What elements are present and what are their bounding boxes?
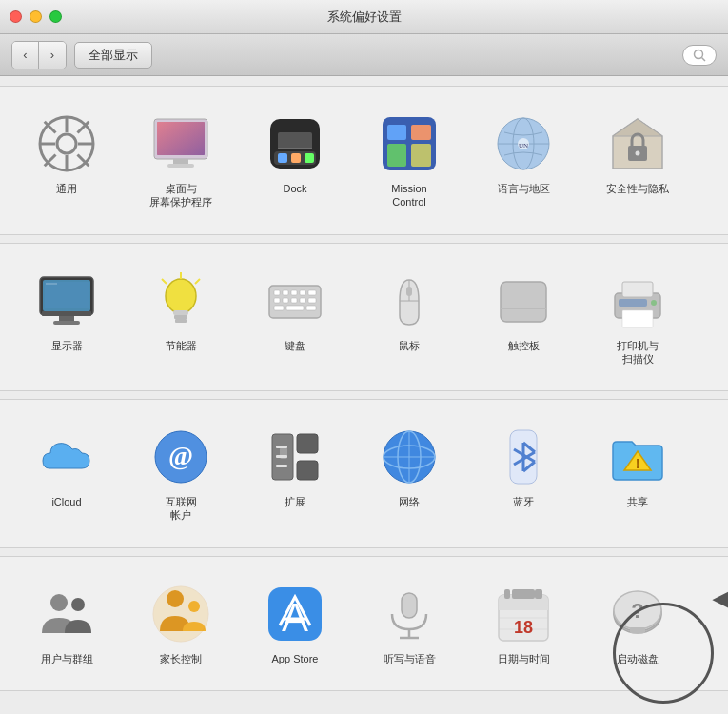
pref-item-users[interactable]: 用户与群组 [10,572,124,675]
close-button[interactable] [10,10,22,23]
svg-rect-69 [501,282,546,322]
search-icon [693,49,706,62]
pref-item-mission[interactable]: MissionControl [352,102,466,219]
datetime-icon: 18 [491,582,556,646]
internet-icons-grid: iCloud @ 互联网帐户 [10,415,718,532]
minimize-button[interactable] [30,10,42,23]
dock-label: Dock [283,182,306,195]
show-all-button[interactable]: 全部显示 [74,42,152,69]
svg-rect-84 [276,465,287,467]
pref-item-display[interactable]: 显示器 [10,259,124,376]
parental-icon [148,582,213,646]
maximize-button[interactable] [49,10,62,23]
svg-rect-65 [306,306,316,310]
svg-rect-117 [504,589,510,599]
svg-text:!: ! [636,456,640,471]
display-icon [34,268,99,333]
main-content: 通用 [0,76,728,714]
svg-rect-40 [42,311,91,316]
pref-item-mouse[interactable]: 鼠标 [352,259,466,376]
pref-item-internet[interactable]: @ 互联网帐户 [124,415,238,532]
bluetooth-label: 蓝牙 [513,495,534,508]
mission-icon [377,111,442,176]
arrow-indicator: ◀ [713,583,728,614]
pref-item-keyboard[interactable]: 键盘 [238,259,352,376]
extensions-label: 扩展 [285,495,305,508]
svg-rect-46 [173,310,188,315]
svg-line-1 [702,57,706,61]
forward-button[interactable]: › [39,42,66,69]
pref-item-datetime[interactable]: 18 日期与时间 [466,572,580,675]
svg-point-99 [71,598,85,611]
svg-rect-41 [59,316,74,321]
language-label: 语言与地区 [498,182,550,195]
mission-label: MissionControl [391,182,426,209]
title-bar: 系统偏好设置 [0,0,728,34]
pref-item-extensions[interactable]: 扩展 [238,415,352,532]
svg-rect-61 [300,298,305,303]
svg-rect-62 [308,298,316,303]
svg-rect-55 [291,290,297,295]
svg-rect-21 [305,153,314,163]
svg-rect-43 [45,282,89,308]
dictation-icon [377,582,442,646]
svg-text:UN: UN [519,142,528,149]
svg-rect-122 [630,627,645,633]
pref-item-dictation[interactable]: 听写与语音 [352,572,466,675]
svg-rect-82 [276,446,287,448]
security-label: 安全性与隐私 [606,182,669,195]
appstore-label: App Store [272,652,319,665]
tongYong-icon [34,111,99,176]
svg-rect-54 [283,290,288,295]
dock-icon [263,111,327,176]
pref-item-icloud[interactable]: iCloud [10,415,124,532]
pref-item-energy[interactable]: 节能器 [124,259,238,376]
keyboard-label: 键盘 [285,339,305,352]
svg-line-51 [195,279,200,284]
pref-item-desktop[interactable]: 桌面与屏幕保护程序 [124,102,238,219]
section-system: 用户与群组 家长控制 [0,556,728,691]
desktop-label: 桌面与屏幕保护程序 [149,182,212,209]
svg-line-50 [162,279,167,284]
svg-rect-74 [619,299,647,307]
svg-rect-27 [387,144,406,167]
bluetooth-icon [491,425,556,489]
svg-rect-25 [387,125,406,140]
search-box[interactable] [682,45,717,66]
language-icon: UN [491,111,556,176]
pref-item-parental[interactable]: 家长控制 [124,572,238,675]
internet-icon: @ [148,425,213,489]
users-label: 用户与群组 [41,652,93,665]
trackpad-label: 触控板 [508,339,540,352]
svg-text:?: ? [631,599,643,623]
svg-rect-19 [278,153,287,163]
pref-item-network[interactable]: 网络 [352,415,466,532]
toolbar: ‹ › 全部显示 [0,34,728,76]
pref-item-tongYong[interactable]: 通用 [10,102,124,219]
svg-rect-72 [622,282,653,297]
back-button[interactable]: ‹ [12,42,39,69]
pref-item-printer[interactable]: 打印机与扫描仪 [580,259,695,376]
pref-item-bluetooth[interactable]: 蓝牙 [466,415,580,532]
pref-item-language[interactable]: UN 语言与地区 [466,102,580,219]
pref-item-trackpad[interactable]: 触控板 [466,259,580,376]
mouse-icon [377,268,442,333]
startup-label: 启动磁盘 [617,652,659,665]
svg-rect-28 [411,144,431,167]
svg-rect-60 [291,298,297,303]
svg-rect-42 [53,321,80,325]
appstore-icon: A [263,582,327,646]
hardware-icons-grid: 显示器 [10,259,718,376]
tongYong-label: 通用 [56,182,77,195]
pref-item-startup[interactable]: ? 启动磁盘 [580,572,695,675]
pref-item-dock[interactable]: Dock [238,102,352,219]
network-label: 网络 [399,495,420,508]
mouse-label: 鼠标 [399,339,420,352]
svg-rect-59 [283,298,288,303]
pref-item-sharing[interactable]: ! 共享 [580,415,695,532]
icloud-label: iCloud [51,495,81,508]
pref-item-security[interactable]: 安全性与隐私 [580,102,695,219]
svg-rect-47 [174,315,187,319]
pref-item-appstore[interactable]: A App Store [238,572,352,675]
svg-point-98 [50,594,68,611]
